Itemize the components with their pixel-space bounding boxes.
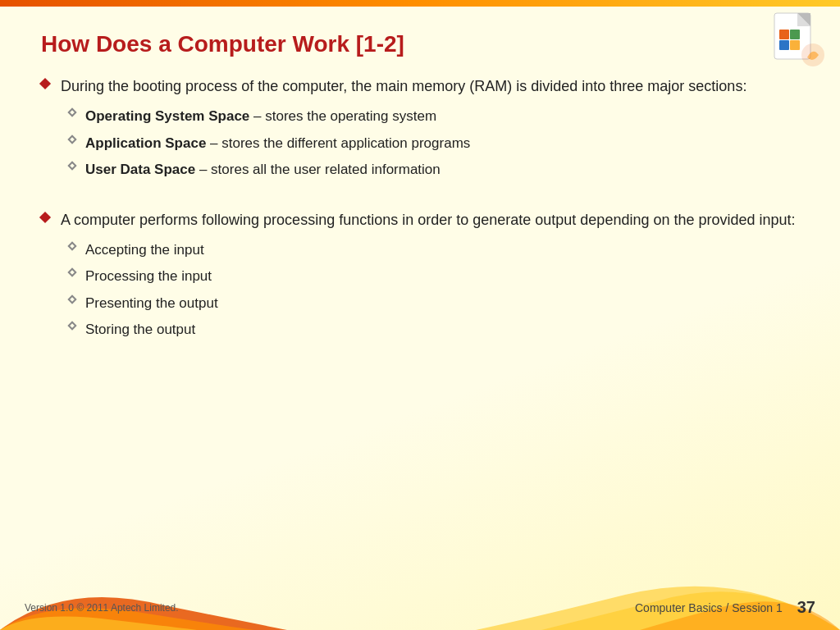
sub-bullet-icon-1-3: [67, 161, 76, 170]
sub-bullet-text-1-2: Application Space – stores the different…: [85, 133, 470, 154]
sub-bullet-rest-1-2: – stores the different application progr…: [206, 135, 470, 151]
main-bullet-2: A computer performs following processing…: [41, 209, 799, 346]
main-bullet-1: During the booting process of the comput…: [41, 75, 799, 186]
spacer: [41, 201, 799, 209]
sub-bullet-bold-1-3: User Data Space: [85, 162, 195, 177]
sub-bullet-2-2: Processing the input: [69, 266, 799, 287]
sub-bullets-1: Operating System Space – stores the oper…: [69, 106, 799, 180]
sub-bullet-2-1: Accepting the input: [69, 240, 799, 261]
sub-bullet-icon-2-2: [67, 267, 76, 276]
footer: Version 1.0 © 2011 Aptech Limited. Compu…: [0, 585, 840, 630]
svg-rect-4: [790, 30, 800, 39]
bullet-2-text: A computer performs following processing…: [61, 212, 796, 228]
sub-bullet-2-3: Presenting the output: [69, 293, 799, 314]
bullet-1-text: During the booting process of the comput…: [61, 78, 746, 94]
sub-bullet-rest-1-1: – stores the operating system: [249, 108, 436, 124]
sub-bullet-text-2-2: Processing the input: [85, 266, 212, 287]
footer-session: Computer Basics / Session 1: [635, 601, 783, 614]
sub-bullet-2-4: Storing the output: [69, 319, 799, 340]
sub-bullet-1-2: Application Space – stores the different…: [69, 133, 799, 154]
bullet-icon-2: [39, 211, 51, 222]
sub-bullets-2: Accepting the input Processing the input…: [69, 240, 799, 340]
logo: [768, 10, 825, 67]
content-area: How Does a Computer Work [1-2] During th…: [0, 7, 840, 581]
footer-copyright: Version 1.0 © 2011 Aptech Limited.: [25, 602, 179, 614]
sub-bullet-text-2-3: Presenting the output: [85, 293, 218, 314]
sub-bullet-1-1: Operating System Space – stores the oper…: [69, 106, 799, 127]
sub-bullet-icon-1-2: [67, 135, 76, 144]
slide-title: How Does a Computer Work [1-2]: [41, 31, 799, 57]
sub-bullet-icon-1-1: [67, 107, 76, 116]
sub-bullet-text-2-1: Accepting the input: [85, 240, 204, 261]
svg-rect-6: [790, 40, 800, 50]
sub-bullet-bold-1-2: Application Space: [85, 135, 206, 151]
sub-bullet-icon-2-3: [67, 294, 76, 304]
svg-rect-3: [779, 30, 789, 39]
svg-rect-5: [779, 40, 789, 50]
bullet-2-content: A computer performs following processing…: [61, 209, 799, 346]
sub-bullet-1-3: User Data Space – stores all the user re…: [69, 159, 799, 180]
sub-bullet-text-2-4: Storing the output: [85, 319, 195, 340]
top-bar: [0, 0, 840, 7]
sub-bullet-bold-1-1: Operating System Space: [85, 108, 249, 124]
bullet-icon-1: [39, 78, 51, 89]
footer-page-number: 37: [797, 598, 815, 617]
sub-bullet-icon-2-4: [67, 321, 76, 330]
bullet-1-content: During the booting process of the comput…: [61, 75, 799, 186]
sub-bullet-text-1-3: User Data Space – stores all the user re…: [85, 159, 441, 180]
sub-bullet-text-1-1: Operating System Space – stores the oper…: [85, 106, 436, 127]
slide: How Does a Computer Work [1-2] During th…: [0, 0, 840, 630]
footer-right: Computer Basics / Session 1 37: [635, 598, 815, 617]
sub-bullet-icon-2-1: [67, 241, 76, 250]
sub-bullet-rest-1-3: – stores all the user related informatio…: [195, 162, 441, 177]
